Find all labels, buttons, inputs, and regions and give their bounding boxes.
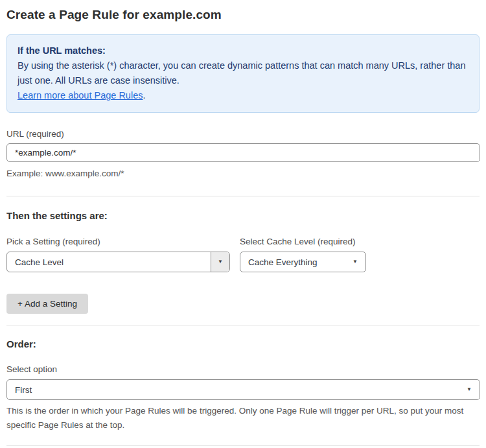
info-box-link-line: Learn more about Page Rules. <box>17 88 469 103</box>
pick-setting-dropdown[interactable]: Cache Level ▼ <box>6 252 230 272</box>
url-input[interactable] <box>6 143 480 162</box>
pick-setting-field: Pick a Setting (required) Cache Level ▼ <box>6 237 230 272</box>
order-help-text: This is the order in which your Page Rul… <box>6 404 473 432</box>
dropdown-arrow-icon: ▼ <box>353 259 365 265</box>
divider <box>6 445 480 446</box>
divider <box>6 325 480 325</box>
cache-level-dropdown[interactable]: Cache Everything ▼ <box>240 252 366 272</box>
order-section-heading: Order: <box>6 338 480 349</box>
info-box-body: By using the asterisk (*) character, you… <box>17 58 469 88</box>
url-match-info-box: If the URL matches: By using the asteris… <box>6 34 480 113</box>
add-setting-button[interactable]: + Add a Setting <box>6 294 88 314</box>
settings-fields-row: Pick a Setting (required) Cache Level ▼ … <box>6 237 480 272</box>
url-field-help: Example: www.example.com/* <box>6 167 480 181</box>
pick-setting-value: Cache Level <box>7 257 211 267</box>
settings-section-heading: Then the settings are: <box>6 210 480 221</box>
url-field-label: URL (required) <box>6 129 480 139</box>
page-title: Create a Page Rule for example.com <box>6 8 480 22</box>
order-value: First <box>7 385 467 395</box>
page-rule-form: Create a Page Rule for example.com If th… <box>0 0 486 448</box>
cache-level-field: Select Cache Level (required) Cache Ever… <box>240 237 366 272</box>
pick-setting-label: Pick a Setting (required) <box>6 237 230 246</box>
order-dropdown[interactable]: First ▼ <box>6 379 480 400</box>
dropdown-arrow-button[interactable]: ▼ <box>211 252 229 272</box>
cache-level-label: Select Cache Level (required) <box>240 237 366 246</box>
link-period: . <box>143 90 145 100</box>
dropdown-arrow-icon: ▼ <box>218 259 223 265</box>
divider <box>6 196 480 196</box>
cache-level-value: Cache Everything <box>240 257 353 267</box>
dropdown-arrow-icon: ▼ <box>467 387 480 392</box>
learn-more-link[interactable]: Learn more about Page Rules <box>17 90 143 100</box>
info-box-heading: If the URL matches: <box>17 43 469 58</box>
order-select-label: Select option <box>6 364 480 374</box>
